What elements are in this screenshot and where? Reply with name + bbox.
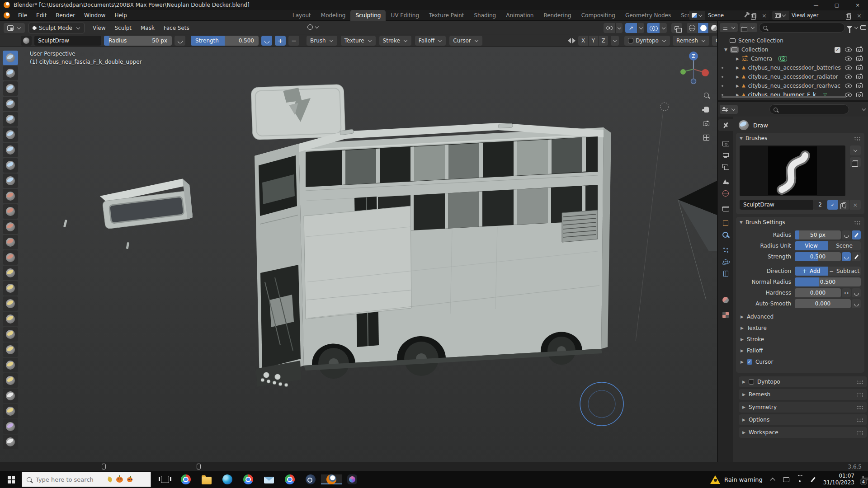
shading-solid-button[interactable] [698, 23, 708, 33]
outliner-row-collection[interactable]: ▼ Collection ✓ [718, 45, 866, 54]
delete-scene-button[interactable]: × [759, 11, 769, 20]
panel-symmetry[interactable]: ▶ Symmetry [739, 402, 867, 413]
brush-preview-button[interactable] [21, 36, 32, 46]
new-collection-button[interactable] [860, 25, 866, 30]
properties-tab-collection[interactable] [718, 202, 733, 214]
brush-draw[interactable] [3, 51, 18, 65]
radius-slider[interactable]: 50 px [795, 230, 841, 239]
expand-icon[interactable]: ▼ [724, 47, 727, 52]
taskbar-app-file-explorer[interactable] [196, 475, 217, 484]
taskbar-search[interactable] [22, 472, 151, 487]
direction-add-button[interactable]: +Add [795, 267, 828, 276]
outliner-editor-selector[interactable] [720, 23, 738, 32]
search-input[interactable] [36, 476, 104, 483]
panel-checkbox[interactable] [749, 379, 754, 385]
eye-icon[interactable] [845, 75, 852, 79]
eye-icon[interactable] [845, 84, 852, 88]
normal-radius-slider[interactable]: 0.500 [795, 277, 861, 286]
outliner-row-camera[interactable]: ▶ Camera [718, 54, 866, 63]
wifi-icon[interactable] [796, 476, 803, 483]
brush-pose[interactable] [3, 343, 18, 357]
taskbar-app-chrome-3[interactable] [279, 474, 300, 484]
taskbar-app-mail[interactable] [259, 475, 279, 483]
taskbar-app-blender[interactable] [321, 474, 342, 484]
3d-viewport[interactable]: Z User Perspective (1) citybus_neu_fasci… [0, 47, 717, 462]
properties-tab-view-layer[interactable] [718, 161, 733, 173]
brush-draw-sharp[interactable] [3, 66, 18, 80]
outliner-row-accessdoor-batteries[interactable]: ▶ ▼ citybus_neu_accessdoor_batteries [718, 63, 866, 72]
panel-grip[interactable] [857, 431, 863, 435]
shading-wireframe-button[interactable] [687, 23, 698, 33]
brush-simplify[interactable] [3, 435, 18, 449]
taskbar-app-task-view[interactable] [155, 476, 175, 483]
brush-nudge[interactable] [3, 358, 18, 372]
popover-stroke[interactable]: Stroke [379, 36, 411, 46]
pin-icon[interactable] [743, 11, 750, 20]
brush-users-count[interactable]: 2 [813, 200, 827, 210]
auto-smooth-slider[interactable]: 0.000 [795, 299, 851, 308]
blender-menu-button[interactable] [4, 10, 10, 21]
panel-grip[interactable] [857, 405, 863, 409]
start-button[interactable] [0, 471, 22, 488]
properties-tab-output[interactable] [718, 149, 733, 161]
properties-tab-modifiers[interactable] [718, 229, 733, 241]
menu-help[interactable]: Help [110, 10, 131, 21]
menu-file[interactable]: File [14, 10, 32, 21]
strength-pressure-icon[interactable] [261, 36, 272, 46]
radius-falloff-icon[interactable] [175, 36, 185, 46]
symmetry-axis-y[interactable]: Y [588, 36, 598, 46]
viewport-menu-face-sets[interactable]: Face Sets [159, 25, 194, 31]
mode-selector[interactable]: Sculpt Mode [28, 23, 85, 33]
properties-tab-scene[interactable] [718, 176, 733, 188]
outliner-row-accessdoor-radiator[interactable]: ▶ ▼ citybus_neu_accessdoor_radiator [718, 72, 866, 81]
move-view-button[interactable] [701, 104, 712, 115]
brushes-panel-header[interactable]: ▼ Brushes [736, 133, 864, 144]
collection-checkbox[interactable]: ✓ [835, 47, 840, 53]
brush-clay-strips[interactable] [3, 97, 18, 111]
brush-layer[interactable] [3, 127, 18, 142]
brush-elastic-deform[interactable] [3, 296, 18, 311]
visibility-popover[interactable] [604, 23, 623, 33]
dyntopo-popover[interactable]: Dyntopo [624, 36, 670, 46]
weather-alert[interactable]: Rain warning [710, 475, 763, 484]
strength-slider[interactable]: 0.500 [795, 252, 841, 261]
subpanel-advanced[interactable]: ▶ ✓ Advanced [741, 312, 868, 322]
properties-options-button[interactable] [861, 106, 866, 113]
strength-pressure-button[interactable] [852, 252, 861, 261]
scene-icon[interactable] [689, 11, 705, 20]
outliner-scrollbar[interactable] [722, 96, 846, 98]
workspace-tab-layout[interactable]: Layout [288, 10, 316, 21]
brush-multiplane-scrape[interactable] [3, 250, 18, 265]
brush-rotate[interactable] [3, 373, 18, 388]
workspace-tab-shading[interactable]: Shading [469, 10, 501, 21]
scene-selector[interactable]: Scene × [689, 11, 769, 20]
subpanel-checkbox[interactable]: ✓ [747, 359, 752, 365]
menu-render[interactable]: Render [51, 10, 80, 21]
subpanel-stroke[interactable]: ▶ ✓ Stroke [741, 334, 868, 344]
xray-toggle[interactable] [671, 23, 682, 33]
camera-visibility-icon[interactable] [856, 56, 863, 61]
brush-grab[interactable] [3, 281, 18, 296]
properties-editor-selector[interactable] [720, 105, 738, 114]
camera-visibility-icon[interactable] [856, 84, 863, 88]
brush-pinch[interactable] [3, 266, 18, 280]
direction-add-button[interactable]: + [275, 36, 286, 46]
brush-cloth[interactable] [3, 419, 18, 434]
panel-grip[interactable] [854, 221, 861, 225]
properties-tab-physics[interactable] [718, 256, 733, 267]
panel-workspace[interactable]: ▶ Workspace [739, 427, 867, 438]
auto-smooth-falloff-button[interactable] [852, 299, 861, 308]
brush-boundary[interactable] [3, 404, 18, 418]
symmetry-popover[interactable] [611, 36, 619, 46]
taskbar-app-chrome-1[interactable] [175, 474, 196, 484]
perspective-toggle-button[interactable] [701, 132, 712, 143]
workspace-tab-modeling[interactable]: Modeling [316, 10, 351, 21]
unlink-brush-button[interactable]: × [850, 200, 861, 210]
taskbar-app-steam[interactable] [300, 474, 321, 484]
subpanel-cursor[interactable]: ▶ ✓ Cursor [741, 357, 868, 367]
zoom-tool-button[interactable] [701, 89, 712, 100]
panel-options[interactable]: ▶ Options [739, 414, 867, 425]
hardness-falloff-button[interactable] [852, 288, 861, 297]
panel-grip[interactable] [857, 380, 863, 384]
camera-visibility-icon[interactable] [856, 93, 863, 97]
